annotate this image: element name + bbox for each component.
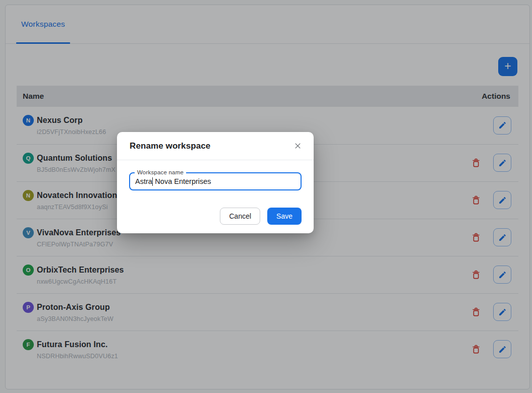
- workspace-name-label: Workspace name: [135, 169, 186, 175]
- workspaces-page: Workspaces + Name Actions N Nexus Corp: [0, 0, 532, 393]
- dialog-footer: Cancel Save: [117, 190, 314, 233]
- rename-workspace-dialog: Rename workspace Workspace name Astra No…: [117, 132, 314, 233]
- dialog-title: Rename workspace: [130, 141, 210, 151]
- close-button[interactable]: [291, 140, 304, 152]
- cancel-button[interactable]: Cancel: [220, 208, 260, 225]
- close-icon: [294, 142, 302, 150]
- dialog-header: Rename workspace: [117, 132, 314, 160]
- workspace-name-input[interactable]: Workspace name Astra Nova Enterprises: [129, 172, 302, 190]
- workspace-name-value: Astra Nova Enterprises: [135, 177, 211, 186]
- save-button[interactable]: Save: [267, 208, 302, 225]
- dialog-body: Workspace name Astra Nova Enterprises: [117, 160, 314, 190]
